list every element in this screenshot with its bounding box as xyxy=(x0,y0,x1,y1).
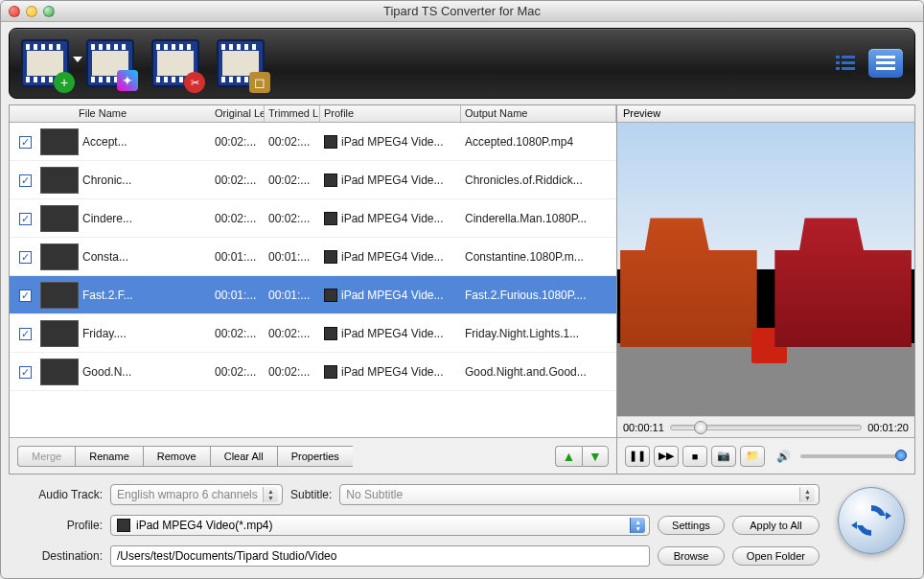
preview-pane: Preview 00:00:11 00:01:20 ❚❚ ▶▶ ■ 📷 📁 🔊 xyxy=(617,105,914,474)
volume-slider[interactable] xyxy=(800,454,907,458)
cell-filename: Cindere... xyxy=(79,212,140,225)
effect-button[interactable]: ✦ xyxy=(86,39,134,87)
remove-button[interactable]: Remove xyxy=(143,446,210,467)
stop-icon: ■ xyxy=(692,451,699,462)
svg-rect-3 xyxy=(842,61,855,64)
table-row[interactable]: Cindere...00:02:...00:02:...iPad MPEG4 V… xyxy=(10,199,616,238)
thumbnail xyxy=(40,205,79,232)
view-detail-button[interactable] xyxy=(828,49,863,78)
col-output-name[interactable]: Output Name xyxy=(461,105,616,122)
cell-filename: Accept... xyxy=(79,135,140,149)
cell-original-length: 00:02:... xyxy=(211,365,265,379)
cell-original-length: 00:01:... xyxy=(211,289,265,302)
move-up-button[interactable]: ▲ xyxy=(555,446,582,467)
properties-button[interactable]: Properties xyxy=(277,446,353,467)
thumbnail xyxy=(40,167,79,194)
snapshot-button[interactable]: 📷 xyxy=(711,446,736,467)
checkbox[interactable] xyxy=(19,174,32,187)
checkbox[interactable] xyxy=(19,366,32,379)
apply-to-all-button[interactable]: Apply to All xyxy=(732,516,820,535)
cell-trimmed-length: 00:02:... xyxy=(265,212,320,225)
profile-select[interactable]: iPad MPEG4 Video(*.mp4) ▲▼ xyxy=(110,515,650,536)
cell-trimmed-length: 00:01:... xyxy=(265,289,320,302)
thumbnail xyxy=(40,128,79,155)
list-icon xyxy=(876,55,895,72)
cell-filename: Chronic... xyxy=(79,174,140,187)
open-folder-button[interactable]: Open Folder xyxy=(732,546,820,566)
window-title: Tipard TS Converter for Mac xyxy=(1,4,923,18)
svg-rect-6 xyxy=(876,56,895,58)
add-file-button[interactable]: + xyxy=(21,39,69,87)
seek-handle[interactable] xyxy=(694,421,707,434)
video-preview[interactable] xyxy=(617,123,914,416)
move-down-button[interactable]: ▼ xyxy=(582,446,609,467)
thumbnail xyxy=(40,282,79,309)
cell-trimmed-length: 00:02:... xyxy=(265,327,320,340)
cell-profile: iPad MPEG4 Vide... xyxy=(320,289,461,302)
col-profile[interactable]: Profile xyxy=(320,105,461,122)
checkbox[interactable] xyxy=(19,328,32,340)
column-headers: File Name Original Le Trimmed L Profile … xyxy=(10,105,616,123)
file-list-pane: File Name Original Le Trimmed L Profile … xyxy=(10,105,617,474)
video-icon xyxy=(324,327,337,340)
cell-output-name: Fast.2.Furious.1080P.... xyxy=(461,289,616,302)
video-icon xyxy=(324,250,337,264)
cell-filename: Good.N... xyxy=(79,365,140,379)
crop-button[interactable]: ◻ xyxy=(217,39,265,87)
video-icon xyxy=(324,212,337,225)
table-row[interactable]: Good.N...00:02:...00:02:...iPad MPEG4 Vi… xyxy=(10,353,616,391)
thumbnail xyxy=(40,320,79,347)
updown-icon: ▲▼ xyxy=(799,487,815,502)
browse-button[interactable]: Browse xyxy=(658,546,725,566)
clear-all-button[interactable]: Clear All xyxy=(210,446,277,467)
rename-button[interactable]: Rename xyxy=(75,446,143,467)
cell-original-length: 00:02:... xyxy=(211,327,265,340)
stop-button[interactable]: ■ xyxy=(682,446,707,467)
table-row[interactable]: Accept...00:02:...00:02:...iPad MPEG4 Vi… xyxy=(10,123,616,161)
table-row[interactable]: Friday....00:02:...00:02:...iPad MPEG4 V… xyxy=(10,314,616,353)
table-row[interactable]: Fast.2.F...00:01:...00:01:...iPad MPEG4 … xyxy=(10,276,616,314)
svg-rect-2 xyxy=(836,61,840,64)
pause-button[interactable]: ❚❚ xyxy=(625,446,650,467)
checkbox[interactable] xyxy=(19,251,32,264)
list-detail-icon xyxy=(836,55,855,72)
svg-rect-1 xyxy=(842,56,855,58)
col-filename[interactable]: File Name xyxy=(75,105,136,122)
cell-output-name: Friday.Night.Lights.1... xyxy=(461,327,616,340)
subtitle-label: Subtitle: xyxy=(290,488,332,501)
subtitle-select[interactable]: No Subtitle ▲▼ xyxy=(339,484,820,505)
wand-icon: ✦ xyxy=(117,70,138,91)
snapshot-folder-button[interactable]: 📁 xyxy=(740,446,765,467)
checkbox[interactable] xyxy=(19,213,32,225)
cell-output-name: Chronicles.of.Riddick... xyxy=(461,174,616,187)
table-row[interactable]: Chronic...00:02:...00:02:...iPad MPEG4 V… xyxy=(10,161,616,199)
trim-button[interactable]: ✂ xyxy=(151,39,199,87)
view-list-button[interactable] xyxy=(868,49,903,78)
preview-header: Preview xyxy=(617,105,914,123)
chevron-down-icon[interactable] xyxy=(73,57,82,62)
col-original-length[interactable]: Original Le xyxy=(211,105,265,122)
seek-slider[interactable] xyxy=(670,425,862,430)
file-list[interactable]: Accept...00:02:...00:02:...iPad MPEG4 Vi… xyxy=(10,123,616,437)
cell-filename: Fast.2.F... xyxy=(79,289,140,302)
checkbox[interactable] xyxy=(19,290,32,302)
settings-bar: Audio Track: English wmapro 6 channels ▲… xyxy=(1,475,923,578)
cell-trimmed-length: 00:02:... xyxy=(265,135,320,149)
settings-button[interactable]: Settings xyxy=(658,516,725,535)
cell-filename: Friday.... xyxy=(79,327,140,340)
convert-button[interactable] xyxy=(838,487,905,554)
table-row[interactable]: Consta...00:01:...00:01:...iPad MPEG4 Vi… xyxy=(10,238,616,276)
audio-track-select[interactable]: English wmapro 6 channels ▲▼ xyxy=(110,484,283,505)
next-frame-button[interactable]: ▶▶ xyxy=(654,446,679,467)
cell-profile: iPad MPEG4 Vide... xyxy=(320,174,461,187)
destination-field[interactable]: /Users/test/Documents/Tipard Studio/Vide… xyxy=(110,545,650,567)
folder-icon: 📁 xyxy=(746,450,759,462)
video-icon xyxy=(324,174,337,187)
cell-trimmed-length: 00:01:... xyxy=(265,250,320,264)
merge-button[interactable]: Merge xyxy=(17,446,75,467)
col-trimmed-length[interactable]: Trimmed L xyxy=(265,105,320,122)
cell-trimmed-length: 00:02:... xyxy=(265,365,320,379)
checkbox[interactable] xyxy=(19,136,32,149)
scissors-icon: ✂ xyxy=(184,72,205,93)
volume-handle[interactable] xyxy=(895,450,907,461)
